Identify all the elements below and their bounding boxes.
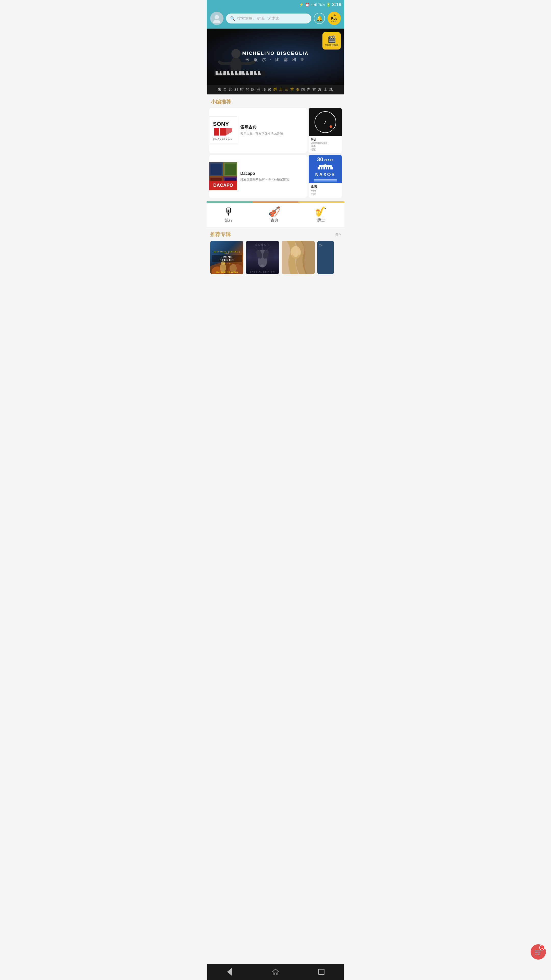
avatar[interactable] <box>210 12 224 25</box>
banner-sub-text1: 来 自 比 利 时 的 欧 洲 顶 级 <box>218 87 272 91</box>
battery-icon: 🔋 <box>326 3 330 6</box>
hires-badge[interactable]: Hi- Res AUDIO <box>327 12 341 25</box>
living-stereo-brand: LIVING STEREO <box>212 255 242 262</box>
meister-region: 地区 <box>311 148 340 151</box>
svg-marker-50 <box>320 164 330 165</box>
sonar-text: SONAR <box>256 243 270 246</box>
album-card-partial[interactable]: The <box>318 241 334 274</box>
genre-item-jazz[interactable]: 🎷 爵士 <box>315 207 327 223</box>
svg-rect-12 <box>223 71 226 75</box>
banner-content: MICHELINO BISCEGLIA 米 歇 尔 · 比 塞 利 亚 <box>237 48 314 65</box>
notification-button[interactable]: 🔔 <box>314 13 325 24</box>
reco-card-dacapo[interactable]: DACAPO Dacapo 丹麦国立唱片品牌 - Hi-Res独家首发 <box>209 155 306 198</box>
svg-rect-16 <box>238 71 241 75</box>
svg-rect-3 <box>316 3 317 6</box>
status-icons: ⚡ ⏰ LTE 76% 🔋 3:19 <box>299 2 341 7</box>
naxos-desc1: 全球 <box>311 189 340 192</box>
reco-card-naxos[interactable]: 30 YEARS <box>309 155 342 198</box>
svg-rect-28 <box>248 71 250 73</box>
svg-rect-43 <box>225 164 236 175</box>
microphone-icon: 🎙 <box>224 207 233 216</box>
svg-rect-54 <box>327 167 328 169</box>
svg-rect-19 <box>250 71 253 75</box>
albums-more-button[interactable]: 多> <box>335 232 341 237</box>
header: 🔍 搜索歌曲、专辑、艺术家 🔔 Hi- Res AUDIO <box>206 9 345 29</box>
sony-card-title: 索尼古典 <box>240 125 303 130</box>
living-stereo-sub: VET △ A <box>212 262 242 264</box>
banner: MICHELINO BISCEGLIA 米 歇 尔 · 比 塞 利 亚 🎬 专辑… <box>206 29 345 85</box>
genre-color-seg2 <box>252 201 299 203</box>
alarm-icon: ⏰ <box>305 3 310 6</box>
search-bar[interactable]: 🔍 搜索歌曲、专辑、艺术家 <box>226 14 311 24</box>
albums-title: 推荐专辑 <box>210 231 230 238</box>
sony-card-desc: 索尼古典 - 官方正版Hi-Res音源 <box>240 132 303 136</box>
recommendations-title: 小编推荐 <box>206 94 345 108</box>
meister-logo-label: MEISTER MUSIC <box>311 142 340 144</box>
dacapo-card-info: Dacapo 丹麦国立唱片品牌 - Hi-Res独家首发 <box>237 169 306 184</box>
genre-color-bar <box>206 201 345 203</box>
svg-text:CLASSICAL: CLASSICAL <box>213 138 233 140</box>
svg-rect-2 <box>315 3 316 6</box>
svg-text:SONY: SONY <box>213 121 229 127</box>
dacapo-card-title: Dacapo <box>240 171 303 176</box>
dacapo-card-desc: 丹麦国立唱片品牌 - Hi-Res独家首发 <box>240 177 303 182</box>
reco-row-1: SONY CLASSICAL 索尼古典 索尼古典 - 官方正版Hi-Res音源 <box>209 108 342 153</box>
svg-marker-32 <box>214 128 226 135</box>
svg-text:The: The <box>319 244 323 247</box>
naxos-title: 拿索 <box>311 185 340 189</box>
living-stereo-top-text: SONY MUSIC | STEREO | 2016 <box>212 251 242 255</box>
genre-bar-wrap: 🎙 流行 🎻 古典 🎷 爵士 <box>206 200 345 227</box>
video-icon-button[interactable]: 🎬 专辑附送视频 <box>322 32 341 49</box>
svg-point-4 <box>214 15 219 19</box>
album-card-sonar[interactable]: SONAR <box>246 241 279 274</box>
dacapo-svg: DACAPO <box>209 162 237 190</box>
genre-item-pop[interactable]: 🎙 流行 <box>224 207 233 223</box>
svg-rect-22 <box>218 71 220 73</box>
violin-icon: 🎻 <box>268 207 280 216</box>
reco-card-sony[interactable]: SONY CLASSICAL 索尼古典 索尼古典 - 官方正版Hi-Res音源 <box>209 108 306 153</box>
svg-rect-29 <box>256 71 258 73</box>
svg-rect-25 <box>233 71 235 73</box>
banner-subtitle: 来 自 比 利 时 的 欧 洲 顶 级 爵 士 三 重 奏 国 内 首 发 上 … <box>206 85 345 94</box>
banner-sub-text2: 国 内 首 发 上 线 <box>301 87 333 91</box>
svg-point-67 <box>260 264 265 267</box>
battery-percent: 76% <box>318 3 325 6</box>
lte-icon: LTE <box>311 2 317 7</box>
svg-rect-23 <box>221 71 224 73</box>
genre-label-pop: 流行 <box>225 218 233 223</box>
film-icon: 🎬 <box>327 35 336 43</box>
svg-rect-30 <box>260 71 262 73</box>
banner-artist-en: MICHELINO BISCEGLIA <box>242 51 309 56</box>
svg-text:DACAPO: DACAPO <box>213 183 233 188</box>
reco-card-meister[interactable]: ♪ Mei MEISTER MUSIC 日本 地区 <box>309 108 342 153</box>
recommendations-grid: SONY CLASSICAL 索尼古典 索尼古典 - 官方正版Hi-Res音源 <box>206 108 345 200</box>
svg-point-5 <box>213 20 221 23</box>
video-label: 专辑附送视频 <box>325 44 338 47</box>
hires-res: Res <box>331 17 337 21</box>
living-stereo-cover: SONY MUSIC | STEREO | 2016 LIVING STEREO… <box>210 241 243 274</box>
sonar-cover: SONAR <box>246 241 279 274</box>
naxos-building-icon <box>316 164 334 169</box>
banner-sub-highlight: 爵 士 三 重 奏 <box>273 87 300 91</box>
albums-header: 推荐专辑 多> <box>210 231 341 238</box>
album-card-living-stereo[interactable]: SONY MUSIC | STEREO | 2016 LIVING STEREO… <box>210 241 243 274</box>
svg-rect-24 <box>229 71 231 73</box>
dacapo-logo: DACAPO <box>209 162 237 190</box>
search-icon: 🔍 <box>230 16 235 21</box>
svg-rect-27 <box>245 71 246 73</box>
naxos-desc2: 厂牌 <box>311 192 340 196</box>
genre-item-classical[interactable]: 🎻 古典 <box>268 207 280 223</box>
bluetooth-icon: ⚡ <box>299 3 303 6</box>
clock: 3:19 <box>332 2 341 7</box>
svg-point-6 <box>219 76 250 81</box>
sony-card-info: 索尼古典 索尼古典 - 官方正版Hi-Res音源 <box>237 122 306 138</box>
svg-rect-1 <box>314 4 315 6</box>
svg-rect-52 <box>322 167 324 169</box>
sony-classical-svg: SONY CLASSICAL <box>212 120 235 141</box>
album-card-blonde[interactable] <box>282 241 315 274</box>
genre-bar: 🎙 流行 🎻 古典 🎷 爵士 <box>206 203 345 227</box>
albums-row: SONY MUSIC | STEREO | 2016 LIVING STEREO… <box>210 241 341 274</box>
meister-logo: ♪ <box>309 108 342 136</box>
partial-album-svg: The <box>318 241 334 274</box>
genre-color-seg1 <box>206 201 252 203</box>
